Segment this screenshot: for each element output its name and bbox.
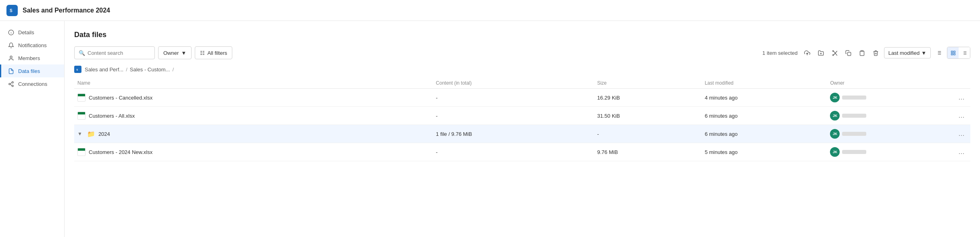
more-options-button[interactable]: … — [956, 129, 967, 138]
file-modified: 5 minutes ago — [701, 143, 827, 161]
copy-button[interactable] — [843, 47, 854, 58]
xlsx-file-icon — [77, 112, 85, 120]
file-name: Customers - 2024 New.xlsx — [89, 149, 152, 155]
all-filters-label: All filters — [207, 50, 227, 56]
paste-button[interactable] — [857, 47, 868, 58]
sidebar-item-notifications-label: Notifications — [18, 42, 47, 48]
sidebar-item-data-files-label: Data files — [18, 68, 40, 74]
table-body: Customers - Cancelled.xlsx - 16.29 KiB 4… — [74, 89, 970, 161]
search-icon: 🔍 — [79, 50, 85, 56]
grid-view-button[interactable] — [947, 47, 959, 58]
file-modified: 6 minutes ago — [701, 107, 827, 125]
sidebar-item-notifications[interactable]: Notifications — [0, 39, 64, 52]
sidebar-item-data-files[interactable]: Data files — [0, 64, 64, 77]
search-box[interactable]: 🔍 — [74, 46, 155, 59]
folder-name: 2024 — [98, 131, 110, 137]
delete-button[interactable] — [870, 47, 882, 58]
folder-icon: 📁 — [87, 130, 95, 138]
table-row[interactable]: ▼ 📁 2024 1 file / 9.76 MiB - 6 minutes a… — [74, 125, 970, 143]
table-row[interactable]: Customers - 2024 New.xlsx - 9.76 MiB 5 m… — [74, 143, 970, 161]
svg-rect-29 — [953, 53, 955, 55]
avatar: JK — [830, 93, 840, 102]
header: S Sales and Performance 2024 — [0, 0, 980, 21]
owner-name — [842, 114, 866, 118]
page-title: Data files — [74, 31, 970, 39]
svg-line-9 — [10, 84, 12, 85]
svg-point-6 — [12, 81, 13, 83]
col-content-header: Content (in total) — [433, 78, 594, 89]
filter-icon: ☷ — [200, 50, 205, 56]
expand-folder-button[interactable]: ▼ — [77, 131, 82, 137]
file-table: Name Content (in total) Size Last modifi… — [74, 78, 970, 161]
svg-rect-26 — [951, 51, 953, 52]
cut-button[interactable] — [829, 47, 840, 58]
svg-text:S: S — [10, 8, 13, 13]
svg-rect-27 — [953, 51, 955, 52]
avatar: JK — [830, 111, 840, 121]
avatar: JK — [830, 129, 840, 139]
breadcrumb-item-1[interactable]: Sales and Perf... — [85, 67, 123, 73]
xlsx-file-icon — [77, 94, 85, 102]
owner-name — [842, 150, 866, 154]
more-options-button[interactable]: … — [956, 111, 967, 120]
sidebar-item-members[interactable]: Members — [0, 52, 64, 64]
sort-label: Last modified — [888, 50, 920, 56]
folder-size: - — [594, 125, 702, 143]
folder-owner: JK — [827, 125, 934, 143]
toolbar-right: 1 item selected — [762, 47, 970, 59]
search-input[interactable] — [88, 50, 150, 56]
svg-point-14 — [833, 54, 834, 56]
file-content: - — [433, 89, 594, 107]
owner-filter-button[interactable]: Owner ▼ — [158, 46, 192, 59]
svg-rect-19 — [861, 50, 863, 52]
file-size: 9.76 MiB — [594, 143, 702, 161]
breadcrumb-item-2[interactable]: Sales - Custom... — [130, 67, 170, 73]
file-owner: JK — [827, 107, 934, 125]
connections-icon — [8, 81, 14, 87]
table-row[interactable]: Customers - All.xlsx - 31.50 KiB 6 minut… — [74, 107, 970, 125]
svg-point-5 — [10, 56, 12, 58]
folder-modified: 6 minutes ago — [701, 125, 827, 143]
breadcrumb: S Sales and Perf... / Sales - Custom... … — [74, 66, 970, 73]
file-owner: JK — [827, 89, 934, 107]
more-options-button[interactable]: … — [956, 93, 967, 102]
person-icon — [8, 55, 14, 61]
avatar: JK — [830, 147, 840, 157]
owner-name — [842, 96, 866, 100]
sort-direction-button[interactable] — [933, 47, 945, 58]
bell-icon — [8, 42, 14, 48]
all-filters-button[interactable]: ☷ All filters — [195, 46, 232, 59]
svg-line-10 — [10, 83, 12, 83]
file-content: - — [433, 107, 594, 125]
list-view-button[interactable] — [959, 47, 970, 58]
svg-point-8 — [12, 85, 13, 87]
sidebar-item-connections-label: Connections — [18, 81, 47, 87]
more-options-button[interactable]: … — [956, 148, 967, 156]
upload-button[interactable] — [802, 47, 813, 58]
sidebar-item-connections[interactable]: Connections — [0, 77, 64, 90]
sidebar-item-details-label: Details — [18, 29, 34, 35]
file-icon — [8, 68, 14, 74]
table-header: Name Content (in total) Size Last modifi… — [74, 78, 970, 89]
table-row[interactable]: Customers - Cancelled.xlsx - 16.29 KiB 4… — [74, 89, 970, 107]
svg-rect-28 — [951, 53, 953, 55]
add-folder-button[interactable] — [815, 47, 827, 58]
owner-name — [842, 132, 866, 136]
svg-point-15 — [833, 50, 834, 52]
col-owner-header: Owner — [827, 78, 934, 89]
col-size-header: Size — [594, 78, 702, 89]
file-size: 31.50 KiB — [594, 107, 702, 125]
file-content: - — [433, 143, 594, 161]
file-owner: JK — [827, 143, 934, 161]
file-name: Customers - All.xlsx — [89, 113, 135, 119]
sidebar-item-members-label: Members — [18, 55, 40, 61]
sidebar: Details Notifications Members Data files — [0, 21, 65, 237]
file-modified: 4 minutes ago — [701, 89, 827, 107]
file-size: 16.29 KiB — [594, 89, 702, 107]
sort-button[interactable]: Last modified ▼ — [884, 47, 931, 58]
chevron-down-icon: ▼ — [181, 50, 186, 56]
file-name: Customers - Cancelled.xlsx — [89, 95, 152, 101]
col-actions-header — [934, 78, 970, 89]
col-modified-header: Last modified — [701, 78, 827, 89]
sidebar-item-details[interactable]: Details — [0, 26, 64, 39]
